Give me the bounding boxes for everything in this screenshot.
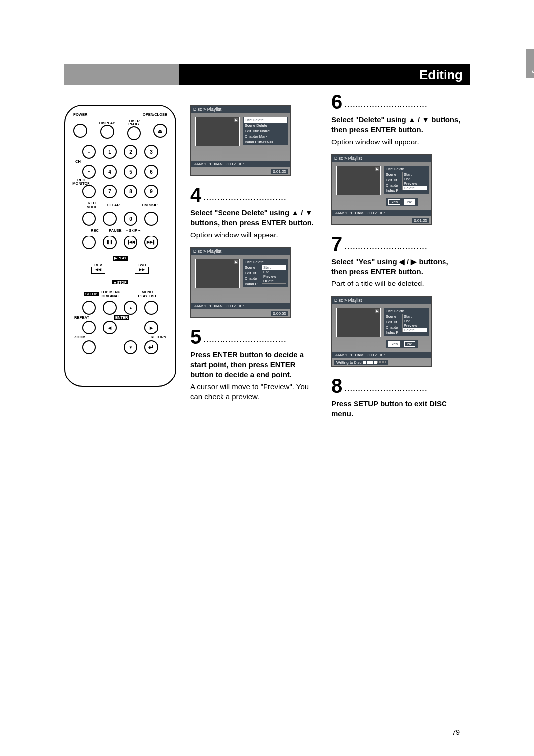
stop-button[interactable]: ■ STOP bbox=[112, 280, 128, 284]
digit-5-button[interactable]: 5 bbox=[124, 165, 137, 179]
osd-screen-step7: Disc > Playlist Title Delete Scene Edit … bbox=[331, 296, 432, 367]
step-5-description: A cursor will move to "Preview". You can… bbox=[190, 382, 318, 402]
osd-screen-step3: Disc > Playlist Title Delete Scene Delet… bbox=[190, 105, 291, 176]
osd-counter: 0:00:55 bbox=[271, 311, 288, 316]
osd-item-title-delete: Title Delete bbox=[244, 117, 287, 123]
osd-yes: Yes bbox=[388, 199, 400, 205]
label-setup: SETUP bbox=[84, 292, 99, 297]
manual-page: Editing POWER OPEN/CLOSE DISPLAY TIMERPR… bbox=[64, 64, 470, 92]
digit-1-button[interactable]: 1 bbox=[103, 145, 117, 159]
nav-down-button[interactable] bbox=[124, 340, 137, 354]
topmenu-button[interactable] bbox=[103, 301, 117, 315]
setup-button[interactable] bbox=[82, 301, 96, 315]
dots-icon: .............................. bbox=[345, 385, 428, 392]
digit-8-button[interactable]: 8 bbox=[124, 185, 137, 198]
zoom-button[interactable] bbox=[82, 340, 96, 354]
header: Editing bbox=[64, 64, 470, 85]
label-repeat: REPEAT bbox=[74, 316, 89, 320]
ch-up-button[interactable] bbox=[82, 145, 96, 159]
label-clear: CLEAR bbox=[105, 203, 122, 207]
step-6-description: Option window will appear. bbox=[331, 137, 463, 147]
step-8-instruction: Press SETUP button to exit DISC menu. bbox=[331, 399, 463, 419]
osd-preview-thumb bbox=[336, 166, 381, 195]
display-button[interactable] bbox=[100, 125, 114, 139]
osd-status-bar: JAN/ 11:00AMCH12XP bbox=[191, 161, 290, 167]
osd-sub-delete: Delete bbox=[262, 279, 286, 283]
recmonitor-button[interactable] bbox=[82, 185, 96, 198]
openclose-button[interactable] bbox=[153, 124, 167, 138]
osd-sub-preview: Preview bbox=[403, 323, 427, 328]
skip-fwd-button[interactable]: ▶▶▌ bbox=[144, 236, 158, 249]
label-ch: CH bbox=[75, 160, 81, 164]
clear-button[interactable] bbox=[103, 212, 117, 226]
osd-breadcrumb: Disc > Playlist bbox=[332, 155, 431, 162]
osd-item: Title Delete bbox=[244, 259, 287, 265]
osd-preview-thumb bbox=[195, 117, 240, 146]
timer-prog-button[interactable] bbox=[127, 126, 141, 140]
nav-up-button[interactable] bbox=[124, 301, 137, 315]
osd-status-bar: JAN/ 11:00AMCH12XP bbox=[191, 303, 290, 309]
rec-button[interactable] bbox=[82, 236, 96, 249]
rev-button[interactable]: ◀◀ bbox=[91, 267, 105, 274]
digit-7-button[interactable]: 7 bbox=[103, 185, 117, 198]
osd-item: Title Delete bbox=[385, 308, 428, 314]
step-4-number: 4 bbox=[190, 184, 201, 206]
osd-no: No bbox=[404, 199, 415, 205]
column-middle: Disc > Playlist Title Delete Scene Delet… bbox=[190, 105, 318, 409]
osd-sub-preview: Preview bbox=[262, 274, 286, 279]
osd-submenu: Start End Preview Delete bbox=[262, 265, 286, 284]
osd-sub-start: Start bbox=[262, 265, 286, 270]
osd-confirm: YesNo bbox=[386, 198, 418, 206]
step-5-instruction: Press ENTER button to decide a start poi… bbox=[190, 350, 318, 380]
digit-0-button[interactable]: 0 bbox=[124, 212, 137, 226]
osd-sub-end: End bbox=[403, 177, 427, 181]
osd-sub-start: Start bbox=[403, 172, 427, 177]
nav-left-button[interactable] bbox=[103, 321, 117, 334]
pause-button[interactable]: ❚❚ bbox=[103, 236, 117, 249]
label-rev: REV bbox=[91, 263, 105, 267]
nav-right-button[interactable] bbox=[144, 321, 158, 334]
osd-breadcrumb: Disc > Playlist bbox=[191, 106, 290, 113]
recmode-button[interactable] bbox=[82, 212, 96, 226]
osd-sub-end: End bbox=[262, 270, 286, 274]
return-button[interactable] bbox=[144, 340, 158, 354]
power-button[interactable] bbox=[73, 124, 87, 138]
fwd-button[interactable]: ▶▶ bbox=[135, 267, 149, 274]
digit-2-button[interactable]: 2 bbox=[124, 145, 137, 159]
label-enter: ENTER bbox=[114, 315, 129, 320]
digit-6-button[interactable]: 6 bbox=[144, 165, 158, 179]
osd-breadcrumb: Disc > Playlist bbox=[332, 297, 431, 304]
step-6-number: 6 bbox=[331, 91, 342, 113]
step-5-number: 5 bbox=[190, 326, 201, 348]
label-power: POWER bbox=[73, 113, 87, 117]
step-8-number: 8 bbox=[331, 375, 342, 397]
label-prog: PROG. bbox=[128, 122, 140, 126]
remote-control-diagram: POWER OPEN/CLOSE DISPLAY TIMERPROG. 1 2 bbox=[64, 105, 176, 387]
osd-preview-thumb bbox=[195, 259, 240, 288]
osd-item-edit-title-name: Edit Title Name bbox=[244, 128, 287, 134]
osd-sub-delete: Delete bbox=[403, 328, 427, 332]
side-tab: Editing bbox=[526, 49, 534, 78]
skip-back-button[interactable]: ▐◀◀ bbox=[124, 236, 137, 249]
dots-icon: .............................. bbox=[204, 336, 287, 343]
digit-3-button[interactable]: 3 bbox=[144, 145, 158, 159]
cmskip-button[interactable] bbox=[144, 212, 158, 226]
step-6-instruction: Select "Delete" using / buttons, then pr… bbox=[331, 115, 463, 135]
repeat-button[interactable] bbox=[82, 321, 96, 334]
play-button[interactable]: ▶ PLAY bbox=[113, 256, 128, 261]
digit-4-button[interactable]: 4 bbox=[103, 165, 117, 179]
osd-yes: Yes bbox=[388, 341, 400, 347]
osd-screen-step6: Disc > Playlist Title Delete Scene Edit … bbox=[331, 154, 432, 225]
label-fwd: FWD bbox=[135, 263, 149, 267]
menu-button[interactable] bbox=[144, 301, 158, 315]
dots-icon: .............................. bbox=[204, 194, 287, 201]
step-7-instruction: Select "Yes" using / buttons, then press… bbox=[331, 257, 463, 277]
ch-down-button[interactable] bbox=[82, 165, 96, 179]
dots-icon: .............................. bbox=[345, 101, 428, 108]
osd-item-index-picture: Index Picture Set bbox=[244, 139, 287, 144]
label-recmode: REC MODE bbox=[82, 201, 102, 209]
page-number: 79 bbox=[452, 728, 460, 736]
osd-status-bar: JAN/ 11:00AMCH12XP bbox=[332, 210, 431, 216]
digit-9-button[interactable]: 9 bbox=[144, 185, 158, 198]
step-7-description: Part of a title will be deleted. bbox=[331, 279, 463, 288]
